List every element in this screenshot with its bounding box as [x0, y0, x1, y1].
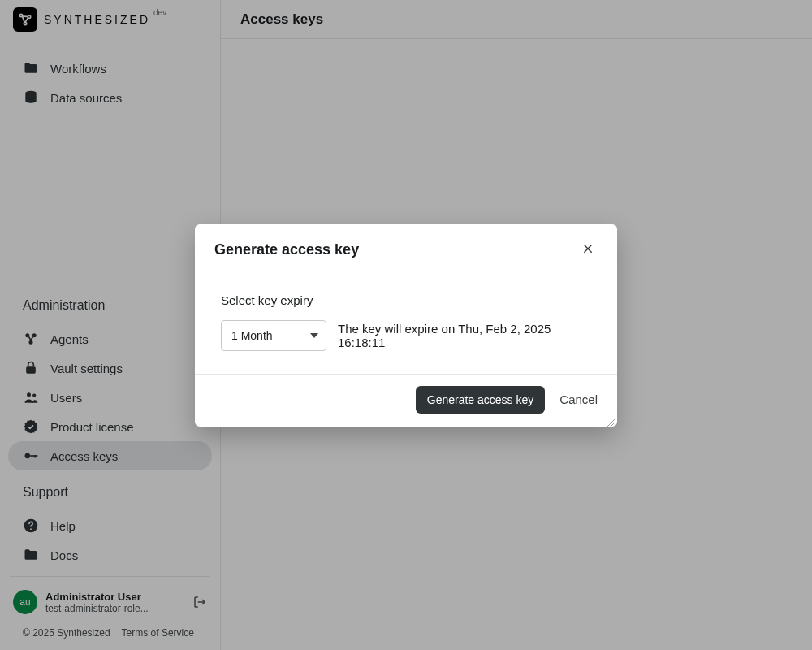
- generate-access-key-modal: Generate access key Select key expiry 1 …: [195, 224, 617, 427]
- generate-access-key-button[interactable]: Generate access key: [416, 386, 546, 414]
- expiry-select[interactable]: 1 Month: [221, 320, 326, 351]
- close-icon: [581, 242, 594, 258]
- expiry-description: The key will expire on Thu, Feb 2, 2025 …: [338, 322, 591, 349]
- expiry-field-label: Select key expiry: [221, 293, 591, 307]
- modal-title: Generate access key: [214, 241, 359, 258]
- cancel-button[interactable]: Cancel: [559, 392, 598, 406]
- modal-overlay[interactable]: Generate access key Select key expiry 1 …: [0, 0, 812, 650]
- close-button[interactable]: [578, 240, 598, 260]
